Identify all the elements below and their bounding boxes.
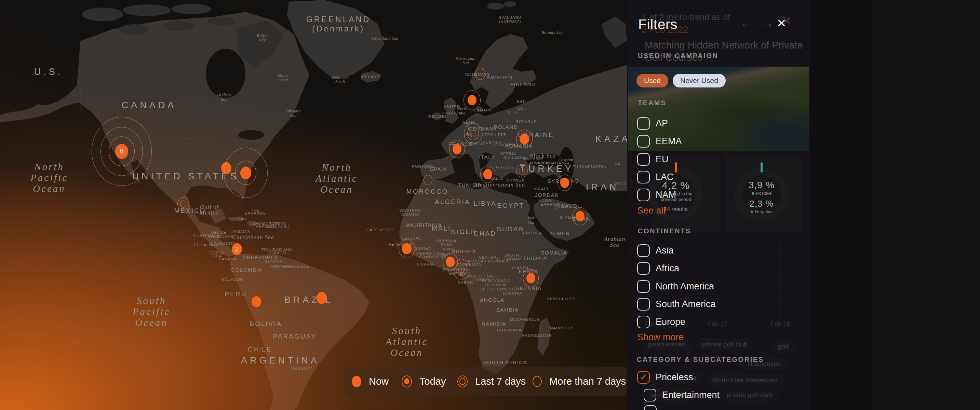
trend-donut-tick bbox=[675, 162, 677, 173]
marker-ring bbox=[475, 68, 485, 80]
checkbox-label: Priceless bbox=[655, 372, 693, 383]
marker-core bbox=[468, 95, 477, 105]
checkbox-row-partial[interactable] bbox=[644, 405, 657, 410]
checkbox-label: Africa bbox=[655, 263, 679, 274]
marker-core bbox=[576, 211, 584, 221]
positive-value: 3,9 % bbox=[749, 180, 775, 191]
chip-used[interactable]: Used bbox=[636, 74, 668, 87]
checkbox[interactable] bbox=[637, 244, 650, 257]
marker-core bbox=[251, 296, 261, 307]
chip-never-used[interactable]: Never Used bbox=[673, 74, 726, 87]
marker-count: 2 bbox=[232, 243, 242, 255]
checkbox-row-eema[interactable]: EEMA bbox=[637, 135, 682, 148]
checkbox-row-priceless[interactable]: ✓Priceless bbox=[637, 371, 693, 384]
checkbox-label: AP bbox=[655, 118, 668, 129]
marker-count: 6 bbox=[115, 144, 128, 159]
marker-ring bbox=[423, 175, 433, 185]
checkbox[interactable] bbox=[637, 189, 650, 201]
marker-core bbox=[483, 169, 492, 180]
checkbox-row-eu[interactable]: EU bbox=[637, 153, 668, 166]
legend-label: Last 7 days bbox=[475, 376, 526, 387]
legend-label: Now bbox=[369, 376, 389, 387]
checkbox-label: South America bbox=[655, 299, 716, 310]
older-legend-icon bbox=[533, 376, 542, 387]
checkbox[interactable] bbox=[637, 117, 650, 130]
negative-value: 2,3 % bbox=[749, 199, 775, 209]
map-landmass bbox=[0, 0, 627, 410]
checkbox[interactable] bbox=[637, 171, 650, 183]
negative-dot-icon bbox=[751, 210, 753, 213]
legend-item-today: Today bbox=[402, 367, 446, 396]
checkbox[interactable] bbox=[637, 153, 650, 166]
checkbox[interactable] bbox=[637, 298, 650, 311]
checkbox[interactable] bbox=[644, 389, 656, 402]
filters-panel: 1 of 2 micro-trend as of 3 Feb 2022 Matc… bbox=[627, 0, 980, 410]
checkbox-row-asia[interactable]: Asia bbox=[637, 244, 674, 257]
section-used-in-campaign: USED IN CAMPAIGN bbox=[638, 52, 719, 60]
marker-core bbox=[317, 292, 327, 304]
checkbox-row-europe[interactable]: Europe bbox=[637, 316, 685, 328]
trend-value: 4,2 % bbox=[659, 180, 692, 191]
checkbox[interactable] bbox=[637, 262, 650, 275]
trend-results-count: 14 results bbox=[659, 207, 692, 213]
checkbox-row-africa[interactable]: Africa bbox=[637, 262, 679, 275]
legend-label: Today bbox=[419, 376, 446, 387]
checkbox-label: EU bbox=[655, 154, 668, 165]
close-icon[interactable]: ✕ bbox=[776, 16, 786, 30]
trend-caption: Compared to the previous period bbox=[659, 191, 692, 202]
marker-core bbox=[520, 133, 529, 145]
legend-item-week: Last 7 days bbox=[457, 367, 526, 396]
week-legend-icon bbox=[457, 375, 468, 388]
checkbox-row-entertainment[interactable]: Entertainment bbox=[644, 389, 719, 402]
filters-title: Filters bbox=[638, 16, 678, 32]
section-continents: CONTINENTS bbox=[638, 227, 691, 235]
sentiment-donut-tick bbox=[760, 162, 763, 173]
legend-item-older: More than 7 days ago bbox=[533, 367, 627, 396]
marker-ring bbox=[464, 123, 482, 144]
marker-ring bbox=[453, 259, 470, 280]
marker-core bbox=[560, 178, 569, 188]
checkbox[interactable] bbox=[637, 135, 650, 148]
marker-ring bbox=[177, 197, 189, 210]
section-teams: TEAMS bbox=[638, 99, 666, 107]
legend-label: More than 7 days ago bbox=[549, 376, 627, 387]
checkbox-checked[interactable]: ✓ bbox=[637, 371, 650, 384]
checkbox-row-north-america[interactable]: North America bbox=[637, 280, 714, 293]
legend-item-now: Now bbox=[352, 367, 389, 396]
now-legend-icon bbox=[352, 376, 361, 387]
positive-dot-icon bbox=[752, 192, 754, 195]
marker-core bbox=[240, 167, 251, 180]
checkbox[interactable] bbox=[637, 316, 650, 328]
trend-donut-text: 4,2 % Compared to the previous period 14… bbox=[659, 180, 692, 213]
checkbox-row-south-america[interactable]: South America bbox=[637, 298, 716, 311]
today-legend-icon bbox=[402, 375, 412, 388]
checkbox[interactable] bbox=[637, 280, 650, 293]
checkbox-label: Europe bbox=[655, 317, 685, 327]
app-window: U.S.CANADAUNITED STATESBRAZILARGENTINAIR… bbox=[0, 0, 980, 410]
checkbox-label: Asia bbox=[655, 245, 674, 256]
positive-label: Positive bbox=[749, 191, 775, 196]
marker-core bbox=[402, 243, 412, 254]
marker-core bbox=[453, 144, 461, 154]
continents-show-more-link[interactable]: Show more bbox=[637, 332, 684, 343]
map-legend: NowTodayLast 7 daysMore than 7 days ago bbox=[344, 367, 627, 396]
section-categories: CATEGORY & SUBCATEGORIES bbox=[637, 356, 764, 364]
marker-ring bbox=[516, 164, 528, 177]
checkbox[interactable] bbox=[644, 405, 657, 410]
checkbox-label: EEMA bbox=[655, 136, 682, 146]
checkbox-label: Entertainment bbox=[662, 390, 719, 400]
negative-label: Negative bbox=[749, 209, 775, 214]
world-map[interactable]: U.S.CANADAUNITED STATESBRAZILARGENTINAIR… bbox=[0, 0, 627, 410]
checkbox-label: North America bbox=[655, 281, 714, 292]
sentiment-donut-text: 3,9 % Positive 2,3 % Negative bbox=[749, 180, 775, 214]
checkbox-row-ap[interactable]: AP bbox=[637, 117, 668, 130]
marker-core bbox=[527, 273, 535, 283]
